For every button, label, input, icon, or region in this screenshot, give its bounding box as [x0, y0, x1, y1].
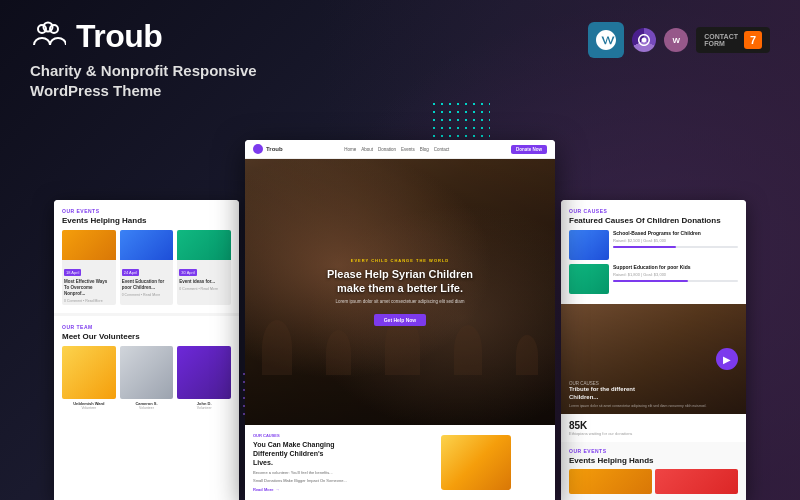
event-meta-2: 0 Comment • Read More	[120, 293, 174, 299]
event-img-2	[120, 230, 174, 260]
event-date-1: 18 April	[64, 269, 81, 276]
featured-title: Featured Causes Of Children Donations	[569, 216, 738, 225]
right-featured: OUR CAUSES Featured Causes Of Children D…	[561, 200, 746, 304]
fc-meta-2: Raised: $1,800 | Goal: $3,000	[613, 272, 738, 277]
bottom-headline: You Can Make ChangingDifferently Childre…	[253, 440, 396, 467]
stat-label: Ethiopians waiting for our donations	[569, 431, 632, 436]
bottom-label: OUR CAUSES	[253, 433, 396, 438]
featured-cards: School-Based Programs for Children Raise…	[569, 230, 738, 294]
volunteer-1: Unblemish Ward Volunteer	[62, 346, 116, 411]
volunteer-2: Cameron S. Volunteer	[120, 346, 174, 411]
nav-donation[interactable]: Donation	[378, 147, 396, 152]
hero-sub: Lorem ipsum dolor sit amet consectetuer …	[335, 299, 464, 305]
hero-cta-button[interactable]: Get Help Now	[374, 314, 427, 326]
screenshot-center: Troub Home About Donation Events Blog Co…	[245, 140, 555, 500]
nav-about[interactable]: About	[361, 147, 373, 152]
right-content: OUR CAUSES Featured Causes Of Children D…	[561, 200, 746, 500]
brand-subtitle: Charity & Nonprofit Responsive WordPress…	[30, 61, 257, 102]
featured-card-img-1	[569, 230, 609, 260]
event-card-1: 18 April Most Effective Ways To Overcome…	[62, 230, 116, 305]
center-bottom-left: OUR CAUSES You Can Make ChangingDifferen…	[253, 433, 396, 492]
woo-badge: W	[664, 28, 688, 52]
volunteer-role-3: Volunteer	[177, 406, 231, 410]
left-volunteers: OUR TEAM Meet Our Volunteers Unblemish W…	[54, 316, 239, 500]
plugin-badges: W CONTACTFORM 7	[588, 22, 770, 58]
fc-title-1: School-Based Programs for Children	[613, 230, 738, 237]
right-events-label: OUR EVENTS	[569, 448, 738, 454]
stats-row: 85K Ethiopians waiting for our donations	[569, 420, 738, 436]
right-events-img-row	[569, 469, 738, 494]
mini-nav-links: Home About Donation Events Blog Contact	[344, 147, 449, 152]
mini-logo-text: Troub	[266, 146, 283, 152]
brand-top: Troub	[30, 18, 257, 55]
nav-events[interactable]: Events	[401, 147, 415, 152]
right-big-image: ▶ OUR CAUSES Tribute for the differentCh…	[561, 304, 746, 414]
bottom-text-1: Become a volunteer: You'll feel the bene…	[253, 470, 396, 476]
right-events-section: OUR EVENTS Events Helping Hands	[561, 442, 746, 500]
stat-85k: 85K Ethiopians waiting for our donations	[569, 420, 632, 436]
event-text-3: Event ideas for...	[177, 278, 231, 287]
right-event-img-2	[655, 469, 738, 494]
left-events-section: OUR EVENTS Events Helping Hands 18 April…	[54, 200, 239, 313]
volunteers-label: OUR TEAM	[62, 324, 231, 330]
community-icon	[30, 19, 66, 55]
center-hero: EVERY CHILD CHANGE THE WORLD Please Help…	[245, 159, 555, 425]
volunteer-avatar-3	[177, 346, 231, 400]
right-stats: 85K Ethiopians waiting for our donations	[561, 414, 746, 442]
brand-name: Troub	[76, 18, 162, 55]
contact-form-7-badge: CONTACTFORM 7	[696, 27, 770, 53]
fc-meta-1: Raised: $2,500 | Goal: $5,000	[613, 238, 738, 243]
event-img-3	[177, 230, 231, 260]
featured-card-1: School-Based Programs for Children Raise…	[569, 230, 738, 260]
event-date-2: 24 April	[122, 269, 139, 276]
featured-card-2: Support Education for poor Kids Raised: …	[569, 264, 738, 294]
events-label: OUR EVENTS	[62, 208, 231, 214]
mini-logo-area: Troub	[253, 144, 283, 154]
volunteer-avatar-1	[62, 346, 116, 400]
silhouette-4	[454, 325, 482, 375]
event-meta-3: 0 Comment • Read More	[177, 287, 231, 293]
right-events-title: Events Helping Hands	[569, 456, 738, 465]
header: Troub Charity & Nonprofit Responsive Wor…	[0, 0, 800, 102]
featured-card-text-2: Support Education for poor Kids Raised: …	[613, 264, 738, 282]
volunteers-title: Meet Our Volunteers	[62, 332, 231, 341]
stat-number: 85K	[569, 420, 632, 431]
silhouette-1	[262, 320, 292, 375]
events-cards-row: 18 April Most Effective Ways To Overcome…	[62, 230, 231, 305]
hero-silhouettes	[245, 295, 555, 375]
center-bottom: OUR CAUSES You Can Make ChangingDifferen…	[245, 425, 555, 500]
event-card-3: 30 April Event ideas for... 0 Comment • …	[177, 230, 231, 305]
volunteers-grid: Unblemish Ward Volunteer Cameron S. Volu…	[62, 346, 231, 411]
screenshots-container: OUR EVENTS Events Helping Hands 18 April…	[0, 130, 800, 500]
hero-eyebrow: EVERY CHILD CHANGE THE WORLD	[351, 258, 449, 263]
hero-background: EVERY CHILD CHANGE THE WORLD Please Help…	[245, 159, 555, 425]
read-more-link[interactable]: Read More →	[253, 487, 396, 492]
event-img-1	[62, 230, 116, 260]
volunteer-role-2: Volunteer	[120, 406, 174, 410]
screenshot-right: OUR CAUSES Featured Causes Of Children D…	[561, 200, 746, 500]
brand-area: Troub Charity & Nonprofit Responsive Wor…	[30, 18, 257, 102]
bottom-text-2: Small Donations Make Bigger Impact On So…	[253, 478, 396, 484]
featured-label: OUR CAUSES	[569, 208, 738, 214]
donate-now-button[interactable]: Donate Now	[511, 145, 547, 154]
fc-progress-bar-2	[613, 280, 688, 282]
big-img-caption: OUR CAUSES Tribute for the differentChil…	[569, 381, 716, 408]
center-content: Troub Home About Donation Events Blog Co…	[245, 140, 555, 500]
fc-progress-1	[613, 246, 738, 248]
center-bottom-right	[404, 433, 547, 492]
nav-contact[interactable]: Contact	[434, 147, 450, 152]
mini-logo-icon	[253, 144, 263, 154]
events-title: Events Helping Hands	[62, 216, 231, 225]
cf7-number: 7	[744, 31, 762, 49]
featured-card-text-1: School-Based Programs for Children Raise…	[613, 230, 738, 248]
silhouette-2	[326, 330, 351, 375]
event-meta-1: 0 Comment • Read More	[62, 299, 116, 305]
event-text-2: Event Education for poor Children...	[120, 278, 174, 293]
nav-home[interactable]: Home	[344, 147, 356, 152]
volunteer-3: John D. Volunteer	[177, 346, 231, 411]
redux-badge	[632, 28, 656, 52]
play-button[interactable]: ▶	[716, 348, 738, 370]
mini-navbar: Troub Home About Donation Events Blog Co…	[245, 140, 555, 159]
wordpress-badge	[588, 22, 624, 58]
nav-blog[interactable]: Blog	[420, 147, 429, 152]
